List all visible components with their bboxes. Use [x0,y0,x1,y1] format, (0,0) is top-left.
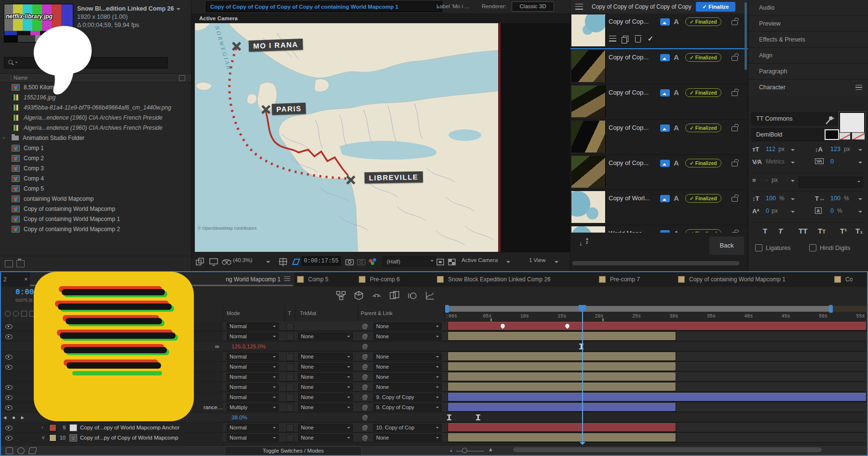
resolution-dropdown[interactable]: (Half) [382,256,436,267]
work-area-bar[interactable] [448,306,830,312]
keyframe-navigator[interactable]: ◀ ◆ ▶ [3,415,27,420]
pickwhip-icon[interactable]: @ [362,363,368,370]
faux-italic-button[interactable]: T [778,227,783,235]
twirl-icon[interactable]: ∨ [41,435,45,440]
queue-row[interactable]: Copy of Cop... A ✓ Finalized ✓ [570,84,748,120]
settings-sliders-icon[interactable] [609,36,616,41]
eye-icon[interactable] [5,385,13,390]
composition-flowchart-icon[interactable] [336,290,346,301]
track-matte-dropdown[interactable]: None [298,393,353,401]
eye-icon[interactable] [5,355,13,359]
subscript-button[interactable]: T₁ [855,227,863,235]
item-label[interactable]: Animation Studio Folder [23,135,84,141]
superscript-button[interactable]: T¹ [840,227,847,235]
queue-row[interactable]: Copy of Cop... A ✓ Finalized ✓ [570,120,748,155]
track-matte-dropdown[interactable]: None [298,434,353,442]
renderer-value-button[interactable]: Classic 3D [512,1,554,12]
layer-duration-bar[interactable] [448,393,867,401]
parent-link-dropdown[interactable]: None [373,373,442,381]
blend-mode-dropdown[interactable]: Normal [227,393,279,401]
item-label[interactable]: Comp 1 [24,145,44,152]
work-area-end-handle[interactable] [829,305,833,313]
preserve-transparency-toggle[interactable] [286,404,294,412]
layer-name[interactable]: Copy of...py of Copy of World Mapcomp [80,435,178,441]
pickwhip-icon[interactable]: @ [362,434,368,441]
toggle-switches-modes-button[interactable]: Toggle Switches / Modes [225,446,362,456]
pickwhip-icon[interactable]: @ [362,424,368,431]
item-label[interactable]: Copy of containing World Mapcomp [24,206,115,212]
layer-track-zone[interactable] [223,342,867,351]
monitor-icon[interactable] [209,257,218,267]
viewer-timecode[interactable]: 0:00:17:55 [301,256,341,266]
project-list-item[interactable]: Algeria...endence (1960) CIA Archives Fr… [0,112,191,123]
queue-row[interactable]: Copy of Cop... A ✓ Finalized ✓ [570,49,748,84]
zoom-out-mountain-icon[interactable]: ▲ [449,449,453,452]
project-list-item[interactable]: Comp 2 [0,153,191,163]
item-label[interactable]: 493f5bba-81a4-11e9-bf79-066b49664af6_cm_… [24,104,171,111]
trkmat-column-header[interactable]: TrkMat [300,310,316,316]
layer-name[interactable]: Copy of...opy of World Mapcomp Anchor [80,425,179,430]
layer-track-zone[interactable] [223,321,867,331]
ligatures-checkbox[interactable] [755,244,762,251]
check-icon[interactable]: ✓ [648,35,653,42]
layer-duration-bar[interactable] [448,322,867,331]
pickwhip-icon[interactable]: @ [362,373,368,380]
queue-row-title[interactable]: Copy of Cop... [609,54,659,61]
property-value[interactable]: 38.0% [231,415,247,420]
layer-duration-bar[interactable] [448,383,676,391]
new-folder-icon[interactable] [16,260,25,267]
faux-bold-button[interactable]: T [763,227,767,235]
tsume-value[interactable]: 0 [830,207,834,214]
kerning-value[interactable]: Metrics [766,158,785,165]
preserve-transparency-toggle[interactable] [286,384,294,391]
parent-link-dropdown[interactable]: None [373,353,442,360]
small-caps-button[interactable]: TT [818,227,826,235]
interpret-footage-icon[interactable] [5,260,13,267]
queue-row-thumbnail[interactable] [571,50,606,82]
layer-duration-bar[interactable] [448,352,676,361]
motion-blur-icon[interactable] [407,290,418,301]
blend-mode-dropdown[interactable]: Normal [227,373,279,381]
item-label[interactable]: Copy of containing World Mapcomp 1 [24,216,120,222]
queue-vertical-scrollbar[interactable] [745,2,747,70]
project-list-item[interactable]: Copy of containing World Mapcomp 2 [0,224,191,234]
queue-row-thumbnail[interactable] [571,191,606,223]
queue-row-thumbnail[interactable] [571,156,606,188]
eye-icon[interactable] [5,324,13,329]
item-label[interactable]: Copy of containing World Mapcomp 2 [24,226,120,233]
partial-tab-label[interactable]: 2 [3,276,7,283]
parent-link-dropdown[interactable]: None [373,434,442,442]
preserve-transparency-toggle[interactable] [286,394,294,401]
comp-tab[interactable]: Pre-comp 7 [599,272,640,287]
queue-row-title[interactable]: Copy of Cop... [609,18,659,25]
eyedropper-icon[interactable] [825,115,834,125]
hindi-digits-checkbox[interactable] [809,244,816,251]
duplicate-icon[interactable] [623,36,628,42]
timeline-zoom-knob[interactable] [462,448,467,453]
project-list-item[interactable]: Comp 3 [0,163,191,173]
layer-track-zone[interactable] [223,413,867,422]
queue-row-title[interactable]: Copy of Worl... [609,194,659,202]
parent-link-dropdown[interactable]: 9. Copy of Copy [373,393,442,401]
property-value[interactable]: 125.0,125.0% [231,344,266,349]
ibeam-keyframe-icon[interactable] [448,415,450,420]
blend-mode-dropdown[interactable]: Normal [227,424,279,431]
unlock-icon[interactable] [732,56,738,61]
roi-box-icon[interactable] [435,257,445,267]
finalize-button[interactable]: ✓ Finalize [696,2,735,12]
t-column-header[interactable]: T [288,310,291,316]
queue-row[interactable]: World Mapc... A ✓ Finalized ✓ [570,225,748,233]
comp-tab[interactable]: Comp 5 [297,272,328,287]
timeline-layer-row[interactable]: ◀ ◆ ▶ ∨ 10 Copy of...py of Copy of World… [1,433,867,443]
parent-link-dropdown[interactable]: None [373,383,442,391]
pickwhip-icon[interactable]: @ [362,333,368,340]
parent-link-dropdown[interactable]: None [373,332,442,340]
layer-duration-bar[interactable] [448,362,676,371]
expand-switches-icon[interactable] [6,447,13,454]
project-list-item[interactable]: 493f5bba-81a4-11e9-bf79-066b49664af6_cm_… [0,102,191,112]
track-matte-dropdown[interactable]: None [298,373,353,381]
panel-menu-icon[interactable] [855,85,862,90]
queue-row[interactable]: Copy of Cop... A ✓ Finalized ✓ [570,14,748,49]
in-out-duration-icon[interactable] [28,447,37,454]
parent-link-column-header[interactable]: Parent & Link [361,310,393,316]
